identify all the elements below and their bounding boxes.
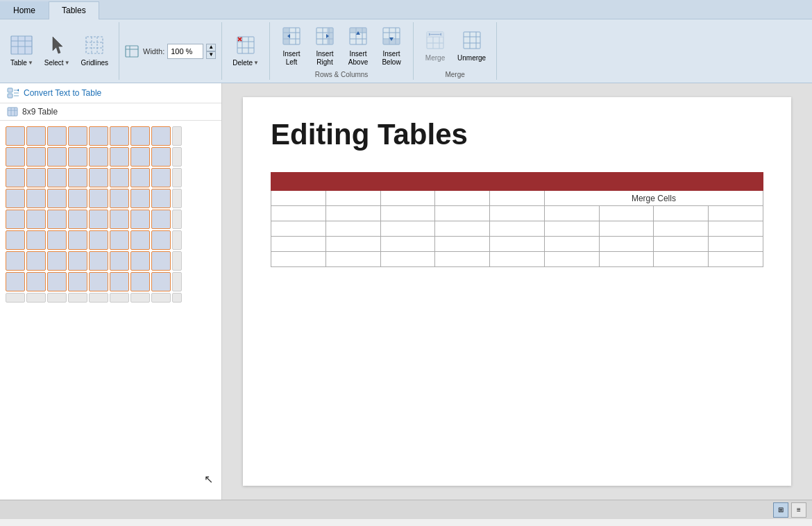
table-cell-header[interactable] xyxy=(271,173,326,191)
grid-cell[interactable] xyxy=(130,251,150,271)
grid-cell[interactable] xyxy=(26,210,46,229)
grid-cell[interactable] xyxy=(172,189,182,208)
grid-cell[interactable] xyxy=(130,168,150,187)
table-cell[interactable] xyxy=(709,252,763,267)
grid-cell[interactable] xyxy=(172,272,182,291)
grid-cell[interactable] xyxy=(110,272,129,291)
table-cell[interactable] xyxy=(380,206,435,221)
table-cell[interactable] xyxy=(599,206,654,221)
table-cell[interactable] xyxy=(490,206,545,221)
table-cell-header[interactable] xyxy=(709,173,763,191)
unmerge-button[interactable]: Unmerge xyxy=(452,28,491,65)
grid-cell[interactable] xyxy=(6,272,25,291)
grid-cell[interactable] xyxy=(6,168,25,187)
grid-cell[interactable] xyxy=(172,168,182,187)
table-cell[interactable] xyxy=(654,252,709,267)
table-cell[interactable] xyxy=(709,206,763,221)
status-view-grid[interactable]: ⊞ xyxy=(773,502,788,518)
grid-cell[interactable] xyxy=(89,210,108,229)
grid-cell[interactable] xyxy=(89,189,108,208)
grid-cell[interactable] xyxy=(130,210,150,229)
grid-cell[interactable] xyxy=(26,126,46,146)
table-cell-header[interactable] xyxy=(490,173,545,191)
table-cell[interactable] xyxy=(709,221,763,237)
grid-cell[interactable] xyxy=(172,251,182,271)
grid-cell[interactable] xyxy=(6,126,25,146)
grid-cell[interactable] xyxy=(151,251,171,271)
grid-cell[interactable] xyxy=(151,147,171,167)
grid-cell[interactable] xyxy=(89,147,108,167)
grid-cell[interactable] xyxy=(68,189,87,208)
table-cell-header[interactable] xyxy=(654,173,709,191)
grid-cell[interactable] xyxy=(110,230,129,250)
grid-cell[interactable] xyxy=(47,272,67,291)
status-view-list[interactable]: ≡ xyxy=(791,502,806,518)
table-cell[interactable] xyxy=(271,221,326,237)
table-cell[interactable] xyxy=(435,237,490,252)
grid-cell[interactable] xyxy=(130,126,150,146)
grid-cell[interactable] xyxy=(47,189,67,208)
insert-right-button[interactable]: Insert Right xyxy=(309,24,341,69)
grid-cell[interactable] xyxy=(151,189,171,208)
grid-cell[interactable] xyxy=(130,293,150,303)
grid-cell[interactable] xyxy=(6,210,25,229)
grid-cell[interactable] xyxy=(130,147,150,167)
convert-text-link[interactable]: Convert Text to Table xyxy=(0,83,221,103)
table-cell[interactable] xyxy=(654,237,709,252)
table-cell[interactable] xyxy=(271,191,326,206)
table-cell[interactable] xyxy=(271,252,326,267)
table-cell[interactable] xyxy=(325,206,380,221)
grid-cell[interactable] xyxy=(151,210,171,229)
grid-cell[interactable] xyxy=(110,293,129,303)
table-cell[interactable] xyxy=(654,206,709,221)
grid-cell[interactable] xyxy=(89,168,108,187)
table-cell[interactable] xyxy=(709,237,763,252)
tab-tables[interactable]: Tables xyxy=(49,1,99,19)
grid-cell[interactable] xyxy=(110,189,129,208)
table-cell[interactable] xyxy=(435,191,490,206)
table-cell[interactable] xyxy=(599,252,654,267)
grid-picker[interactable]: ↖ xyxy=(0,121,221,500)
table-cell[interactable] xyxy=(544,206,599,221)
grid-cell[interactable] xyxy=(26,230,46,250)
table-cell[interactable] xyxy=(599,237,654,252)
grid-cell[interactable] xyxy=(26,272,46,291)
insert-below-button[interactable]: Insert Below xyxy=(375,24,407,69)
table-cell[interactable] xyxy=(380,237,435,252)
grid-cell[interactable] xyxy=(110,210,129,229)
table-cell[interactable] xyxy=(380,191,435,206)
grid-cell[interactable] xyxy=(47,168,67,187)
grid-cell[interactable] xyxy=(89,230,108,250)
table-cell[interactable] xyxy=(380,252,435,267)
table-cell[interactable] xyxy=(490,252,545,267)
grid-cell[interactable] xyxy=(6,293,25,303)
grid-cell[interactable] xyxy=(26,251,46,271)
grid-cell[interactable] xyxy=(130,230,150,250)
table-cell[interactable] xyxy=(654,221,709,237)
grid-cell[interactable] xyxy=(172,126,182,146)
table-cell[interactable] xyxy=(325,252,380,267)
table-cell[interactable] xyxy=(325,191,380,206)
grid-cell[interactable] xyxy=(6,147,25,167)
table-cell[interactable] xyxy=(271,206,326,221)
table-cell[interactable] xyxy=(435,221,490,237)
grid-cell[interactable] xyxy=(151,168,171,187)
grid-cell[interactable] xyxy=(68,251,87,271)
grid-cell[interactable] xyxy=(68,147,87,167)
insert-above-button[interactable]: Insert Above xyxy=(342,24,374,69)
table-cell[interactable] xyxy=(325,221,380,237)
grid-cell[interactable] xyxy=(89,251,108,271)
insert-left-button[interactable]: Insert Left xyxy=(276,24,307,69)
table-cell[interactable] xyxy=(380,221,435,237)
grid-cell[interactable] xyxy=(6,230,25,250)
grid-cell[interactable] xyxy=(47,293,67,303)
table-cell[interactable] xyxy=(490,221,545,237)
select-button[interactable]: Select ▼ xyxy=(40,33,75,70)
grid-cell[interactable] xyxy=(130,272,150,291)
grid-cell[interactable] xyxy=(68,293,87,303)
grid-cell[interactable] xyxy=(47,126,67,146)
grid-cell[interactable] xyxy=(151,272,171,291)
grid-cell[interactable] xyxy=(68,168,87,187)
table-cell-header[interactable] xyxy=(380,173,435,191)
grid-cell[interactable] xyxy=(26,293,46,303)
